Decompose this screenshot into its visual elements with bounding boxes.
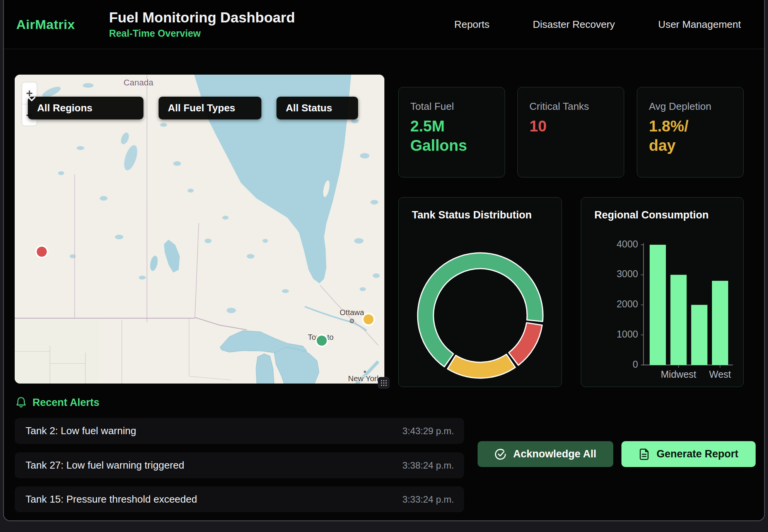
total-fuel-card: Total Fuel 2.5MGallons	[398, 87, 505, 177]
map-canvas: Canada Ottawa Toronto New York	[15, 75, 384, 384]
page-subtitle: Real-Time Overview	[109, 28, 295, 39]
dashboard-panel: AirMatrix Fuel Monitoring Dashboard Real…	[3, 0, 765, 521]
fuel-type-filter-dropdown[interactable]: All Fuel Types	[159, 97, 261, 119]
alert-row[interactable]: Tank 2: Low fuel warning 3:43:29 p.m.	[15, 418, 464, 444]
avg-depletion-value: 1.8%/day	[649, 116, 732, 155]
y-tick-label: 1000	[616, 329, 638, 339]
fuel-map[interactable]: Canada Ottawa Toronto New York + − All R…	[15, 75, 384, 384]
y-tick-label: 4000	[616, 239, 638, 249]
newyork-town-dot	[364, 371, 366, 373]
main-nav: Reports Disaster Recovery User Managemen…	[454, 19, 741, 31]
y-tick-label: 3000	[616, 268, 638, 279]
map-label-canada: Canada	[123, 78, 154, 87]
fuel-type-filter-value: All Fuel Types	[168, 102, 235, 114]
nav-user-management[interactable]: User Management	[658, 19, 741, 31]
map-label-newyork: New York	[348, 374, 381, 383]
critical-tank-marker[interactable]	[36, 246, 48, 257]
regional-consumption-title: Regional Consumption	[594, 209, 708, 221]
warning-tank-marker[interactable]	[363, 314, 374, 325]
bell-icon	[15, 397, 27, 409]
donut-segment-warning	[447, 354, 515, 378]
alert-time: 3:38:24 p.m.	[403, 460, 454, 471]
critical-tanks-card: Critical Tanks 10	[517, 87, 624, 177]
resize-grip-icon[interactable]	[378, 377, 389, 389]
y-tick-label: 0	[633, 359, 638, 370]
title-block: Fuel Monitoring Dashboard Real-Time Over…	[109, 10, 295, 39]
page-title: Fuel Monitoring Dashboard	[109, 10, 295, 26]
acknowledge-all-button[interactable]: Acknowledge All	[478, 441, 613, 467]
alert-row[interactable]: Tank 15: Pressure threshold exceeded 3:3…	[15, 486, 464, 512]
alert-time: 3:33:24 p.m.	[403, 494, 454, 505]
generate-report-button[interactable]: Generate Report	[621, 441, 756, 467]
check-circle-icon	[495, 448, 506, 460]
x-tick-label: West	[709, 369, 731, 380]
recent-alerts-header: Recent Alerts	[15, 397, 99, 409]
nav-reports[interactable]: Reports	[454, 19, 490, 31]
acknowledge-all-label: Acknowledge All	[513, 448, 596, 460]
alert-time: 3:43:29 p.m.	[403, 426, 454, 437]
total-fuel-label: Total Fuel	[410, 101, 493, 113]
generate-report-label: Generate Report	[657, 448, 739, 460]
nav-disaster-recovery[interactable]: Disaster Recovery	[533, 19, 615, 31]
avg-depletion-label: Avg Depletion	[649, 101, 732, 113]
map-label-ottawa: Ottawa	[340, 308, 364, 317]
bar-west	[712, 281, 728, 365]
map-filters: All Regions All Fuel Types All Status	[28, 97, 358, 119]
app-logo: AirMatrix	[16, 17, 75, 32]
regional-consumption-bar-chart: 01000200030004000MidwestWest	[581, 198, 744, 387]
avg-depletion-card: Avg Depletion 1.8%/day	[637, 87, 744, 177]
region-filter-value: All Regions	[37, 102, 92, 114]
tank-status-donut-chart	[399, 198, 562, 387]
tank-status-title: Tank Status Distribution	[412, 209, 532, 221]
bar-northeast	[650, 245, 666, 365]
bar-south	[691, 305, 707, 365]
alert-message: Tank 27: Low fuel warning triggered	[26, 459, 184, 471]
alert-message: Tank 2: Low fuel warning	[26, 425, 136, 437]
donut-segment-critical	[509, 323, 542, 365]
y-tick-label: 2000	[616, 298, 638, 309]
tank-status-card: Tank Status Distribution	[398, 197, 562, 387]
critical-tanks-value: 10	[529, 116, 612, 136]
alert-row[interactable]: Tank 27: Low fuel warning triggered 3:38…	[15, 452, 464, 478]
app-header: AirMatrix Fuel Monitoring Dashboard Real…	[4, 0, 764, 49]
alert-message: Tank 15: Pressure threshold exceeded	[26, 493, 197, 505]
file-text-icon	[639, 448, 650, 460]
critical-tanks-label: Critical Tanks	[529, 101, 612, 113]
total-fuel-value: 2.5MGallons	[410, 116, 493, 155]
status-filter-value: All Status	[286, 102, 332, 114]
recent-alerts-title: Recent Alerts	[32, 397, 99, 409]
status-filter-dropdown[interactable]: All Status	[276, 97, 358, 119]
x-tick-label: Midwest	[661, 369, 696, 380]
normal-tank-marker[interactable]	[316, 335, 328, 346]
regional-consumption-card: Regional Consumption 01000200030004000Mi…	[581, 197, 744, 387]
region-filter-dropdown[interactable]: All Regions	[28, 97, 143, 119]
bar-midwest	[671, 275, 687, 365]
